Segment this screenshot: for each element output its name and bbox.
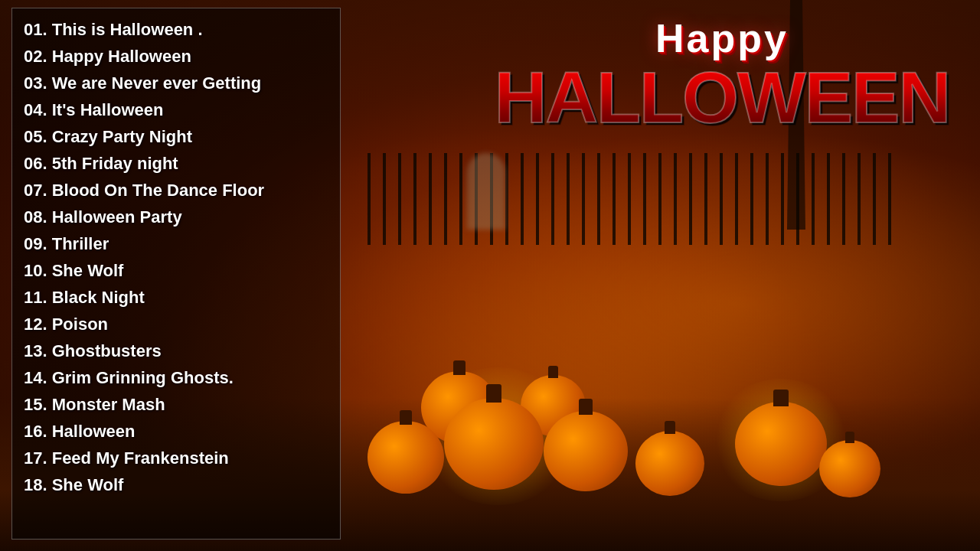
playlist-item-05[interactable]: 05. Crazy Party Night: [24, 123, 328, 150]
playlist-item-14[interactable]: 14. Grim Grinning Ghosts.: [24, 364, 328, 391]
playlist-item-09[interactable]: 09. Thriller: [24, 230, 328, 257]
playlist-item-12[interactable]: 12. Poison: [24, 311, 328, 337]
playlist-item-10[interactable]: 10. She Wolf: [24, 257, 328, 284]
playlist-item-16[interactable]: 16. Halloween: [24, 418, 328, 445]
playlist-item-06[interactable]: 06. 5th Friday night: [24, 150, 328, 177]
pumpkin-4: [635, 431, 704, 496]
playlist-item-02[interactable]: 02. Happy Halloween: [24, 43, 328, 70]
fence: [368, 153, 903, 245]
pumpkin-5: [735, 402, 827, 486]
playlist-item-17[interactable]: 17. Feed My Frankenstein: [24, 445, 328, 471]
pumpkin-6: [819, 440, 880, 497]
playlist-item-04[interactable]: 04. It's Halloween: [24, 96, 328, 123]
playlist-item-01[interactable]: 01. This is Halloween .: [24, 16, 328, 43]
pumpkin-1: [444, 398, 544, 490]
playlist-item-18[interactable]: 18. She Wolf: [24, 471, 328, 498]
pumpkins-container: [306, 237, 980, 505]
playlist-item-08[interactable]: 08. Halloween Party: [24, 204, 328, 230]
playlist-item-03[interactable]: 03. We are Never ever Getting: [24, 70, 328, 96]
pumpkin-2: [368, 421, 444, 494]
title-container: Happy HALLOWEEN: [495, 15, 949, 134]
ghost-figure: [467, 153, 505, 230]
happy-title: Happy: [495, 15, 949, 61]
playlist-item-11[interactable]: 11. Black Night: [24, 284, 328, 311]
playlist-box: 01. This is Halloween .02. Happy Hallowe…: [11, 8, 341, 540]
pumpkin-3: [544, 411, 628, 491]
playlist-item-07[interactable]: 07. Blood On The Dance Floor: [24, 177, 328, 204]
playlist-item-15[interactable]: 15. Monster Mash: [24, 391, 328, 418]
playlist-item-13[interactable]: 13. Ghostbusters: [24, 337, 328, 364]
halloween-title: HALLOWEEN: [495, 61, 949, 134]
